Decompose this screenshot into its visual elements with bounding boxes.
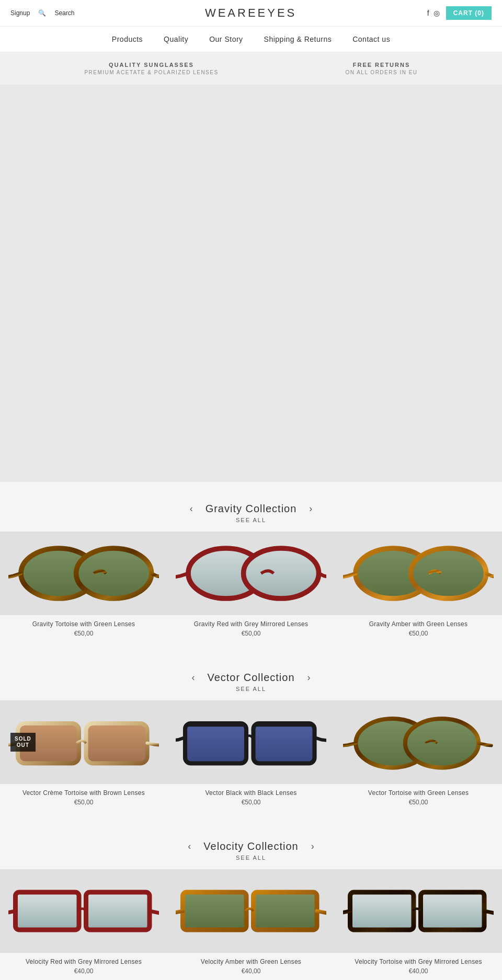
vector-creme-image: SOLDOUT [0, 700, 167, 784]
main-navigation: Products Quality Our Story Shipping & Re… [0, 27, 502, 52]
product-gravity-tortoise[interactable]: Gravity Tortoise with Green Lenses €50,0… [0, 532, 167, 645]
product-name: Gravity Red with Grey Mirrored Lenses [172, 620, 330, 628]
nav-products[interactable]: Products [112, 35, 143, 43]
signup-link[interactable]: Signup [10, 9, 30, 17]
velocity-see-all[interactable]: SEE ALL [0, 855, 502, 861]
product-name: Vector Tortoise with Green Lenses [339, 789, 498, 797]
collections-section: ‹ Gravity Collection › SEE ALL [0, 482, 502, 980]
gravity-tortoise-image [0, 532, 167, 615]
product-price: €50,00 [172, 799, 330, 806]
velocity-red-image [0, 869, 167, 953]
gravity-prev-button[interactable]: ‹ [188, 503, 195, 514]
info-returns: FREE RETURNS ON ALL ORDERS IN EU [345, 62, 417, 75]
product-price: €40,00 [339, 967, 498, 975]
site-logo[interactable]: WEAREEYES [74, 6, 427, 20]
info-quality: QUALITY SUNGLASSES PREMIUM ACETATE & POL… [84, 62, 218, 75]
product-price: €50,00 [4, 630, 163, 637]
search-icon[interactable]: 🔍 [38, 9, 46, 17]
product-velocity-amber[interactable]: Velocity Amber with Green Lenses €40,00 [167, 869, 335, 980]
svg-point-5 [411, 548, 486, 598]
gravity-next-button[interactable]: › [307, 503, 314, 514]
hero-image [0, 85, 502, 482]
product-vector-creme[interactable]: SOLDOUT [0, 700, 167, 814]
product-price: €50,00 [339, 630, 498, 637]
product-price: €50,00 [172, 630, 330, 637]
gravity-products-row: Gravity Tortoise with Green Lenses €50,0… [0, 532, 502, 645]
vector-see-all[interactable]: SEE ALL [0, 686, 502, 692]
cart-button[interactable]: CART (0) [446, 6, 492, 20]
svg-rect-8 [185, 723, 246, 764]
info-bar: QUALITY SUNGLASSES PREMIUM ACETATE & POL… [0, 52, 502, 85]
product-price: €50,00 [4, 799, 163, 806]
product-name: Velocity Amber with Green Lenses [172, 958, 330, 965]
nav-contact[interactable]: Contact us [352, 35, 390, 43]
gravity-red-image [167, 532, 335, 615]
velocity-next-button[interactable]: › [309, 841, 316, 852]
nav-quality[interactable]: Quality [164, 35, 188, 43]
vector-collection: ‹ Vector Collection › SEE ALL SOLDOUT [0, 661, 502, 814]
svg-point-13 [405, 719, 478, 768]
product-name: Gravity Tortoise with Green Lenses [4, 620, 163, 628]
product-name: Velocity Red with Grey Mirrored Lenses [4, 958, 163, 965]
velocity-tortoise-image [335, 869, 502, 953]
product-name: Gravity Amber with Green Lenses [339, 620, 498, 628]
svg-rect-16 [183, 892, 247, 930]
vector-black-image [167, 700, 335, 784]
vector-next-button[interactable]: › [305, 672, 313, 683]
fb-icon[interactable]: f [427, 9, 429, 17]
vector-prev-button[interactable]: ‹ [189, 672, 197, 683]
svg-rect-19 [421, 892, 485, 930]
nav-shipping[interactable]: Shipping & Returns [264, 35, 332, 43]
product-gravity-red[interactable]: Gravity Red with Grey Mirrored Lenses €5… [167, 532, 335, 645]
product-name: Vector Black with Black Lenses [172, 789, 330, 797]
gravity-collection: ‹ Gravity Collection › SEE ALL [0, 492, 502, 645]
product-name: Velocity Tortoise with Grey Mirrored Len… [339, 958, 498, 965]
product-gravity-amber[interactable]: Gravity Amber with Green Lenses €50,00 [335, 532, 502, 645]
svg-rect-17 [254, 892, 317, 930]
product-price: €40,00 [172, 967, 330, 975]
gravity-amber-image [335, 532, 502, 615]
velocity-amber-image [167, 869, 335, 953]
svg-rect-9 [254, 723, 315, 764]
product-vector-black[interactable]: Vector Black with Black Lenses €50,00 [167, 700, 335, 814]
vector-products-row: SOLDOUT [0, 700, 502, 814]
product-velocity-tortoise[interactable]: Velocity Tortoise with Grey Mirrored Len… [335, 869, 502, 980]
gravity-title: Gravity Collection [206, 503, 297, 515]
nav-our-story[interactable]: Our Story [209, 35, 243, 43]
site-header: Signup 🔍 Search WEAREEYES f ◎ CART (0) [0, 0, 502, 27]
svg-rect-7 [86, 723, 147, 764]
svg-point-3 [244, 548, 319, 598]
svg-rect-15 [86, 892, 150, 930]
svg-rect-18 [350, 892, 414, 930]
gravity-see-all[interactable]: SEE ALL [0, 517, 502, 523]
vector-title: Vector Collection [207, 672, 294, 684]
product-velocity-red[interactable]: Velocity Red with Grey Mirrored Lenses €… [0, 869, 167, 980]
velocity-products-row: Velocity Red with Grey Mirrored Lenses €… [0, 869, 502, 980]
velocity-title: Velocity Collection [203, 840, 298, 852]
vector-tortoise-image [335, 700, 502, 784]
svg-point-1 [76, 548, 152, 598]
product-vector-tortoise[interactable]: Vector Tortoise with Green Lenses €50,00 [335, 700, 502, 814]
velocity-collection: ‹ Velocity Collection › SEE ALL [0, 830, 502, 980]
sold-out-badge: SOLDOUT [10, 733, 36, 752]
svg-rect-14 [16, 892, 79, 930]
product-name: Vector Crème Tortoise with Brown Lenses [4, 789, 163, 797]
product-price: €40,00 [4, 967, 163, 975]
velocity-prev-button[interactable]: ‹ [186, 841, 193, 852]
instagram-icon[interactable]: ◎ [433, 9, 440, 17]
search-link[interactable]: Search [54, 9, 74, 17]
product-price: €50,00 [339, 799, 498, 806]
